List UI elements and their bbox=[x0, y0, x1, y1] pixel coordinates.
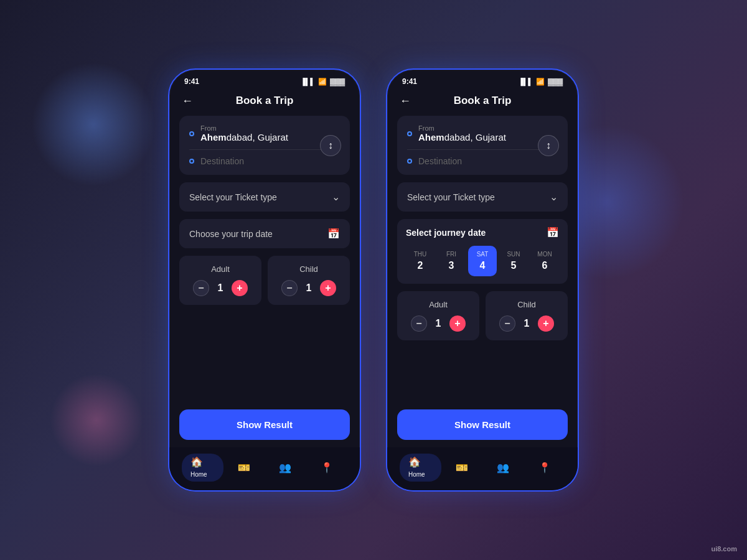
users-icon-2: 👥 bbox=[497, 462, 509, 474]
adult-count-2: 1 bbox=[433, 318, 443, 329]
nav-users-1[interactable]: 👥 bbox=[265, 462, 306, 474]
destination-input-2[interactable]: Destination bbox=[418, 156, 462, 166]
watermark: ui8.com bbox=[711, 545, 737, 553]
users-icon-1: 👥 bbox=[279, 462, 291, 474]
page-title-1: Book a Trip bbox=[236, 95, 294, 107]
status-time-1: 9:41 bbox=[184, 77, 199, 86]
day-item-5[interactable]: SUN 5 bbox=[499, 246, 528, 276]
signal-icon-2: ▐▌▌ bbox=[519, 78, 533, 85]
child-plus-2[interactable]: + bbox=[538, 315, 554, 332]
day-num-4: 4 bbox=[480, 260, 486, 271]
home-label-2: Home bbox=[408, 471, 425, 478]
home-icon-wrap-1: 🏠 Home bbox=[182, 454, 223, 482]
from-value-rest-1: dabad, Gujarat bbox=[227, 132, 288, 142]
back-button-1[interactable]: ← bbox=[182, 95, 193, 108]
adult-label-1: Adult bbox=[211, 264, 230, 274]
from-dot-1 bbox=[189, 131, 194, 136]
page-title-2: Book a Trip bbox=[454, 95, 512, 107]
phone-2-content: From Ahemdabad, Gujarat ↕ Destination Se… bbox=[387, 116, 578, 447]
app-header-2: ← Book a Trip bbox=[387, 90, 578, 116]
phone-1-content: From Ahemdabad, Gujarat ↕ Destination Se… bbox=[169, 116, 360, 447]
destination-row-1: Destination bbox=[189, 156, 340, 166]
child-minus-1[interactable]: − bbox=[281, 280, 298, 296]
app-header-1: ← Book a Trip bbox=[169, 90, 360, 116]
calendar-icon-2: 📅 bbox=[547, 226, 559, 238]
trip-date-label-1: Choose your trip date bbox=[189, 229, 273, 239]
child-label-2: Child bbox=[517, 300, 536, 309]
home-label-1: Home bbox=[190, 471, 207, 478]
show-result-button-2[interactable]: Show Result bbox=[397, 409, 568, 440]
show-result-button-1[interactable]: Show Result bbox=[179, 409, 350, 440]
days-row: THU 2 FRI 3 SAT 4 SUN 5 MON 6 bbox=[406, 246, 559, 276]
child-box-2: Child − 1 + bbox=[486, 291, 568, 340]
ticket-type-label-2: Select your Ticket type bbox=[407, 192, 495, 202]
ticket-type-label-1: Select your Ticket type bbox=[189, 192, 277, 202]
adult-counter-2: − 1 + bbox=[411, 315, 466, 332]
route-divider-2 bbox=[407, 149, 558, 150]
bottom-nav-2: 🏠 Home 🎫 👥 📍 bbox=[387, 447, 578, 490]
ticket-type-dropdown-1[interactable]: Select your Ticket type ⌄ bbox=[179, 182, 350, 212]
tickets-icon-1: 🎫 bbox=[238, 462, 250, 474]
day-name-5: SUN bbox=[507, 251, 520, 258]
adult-plus-2[interactable]: + bbox=[449, 315, 466, 332]
journey-date-title-row: Select journey date 📅 bbox=[406, 226, 559, 238]
route-box-2: From Ahemdabad, Gujarat ↕ Destination bbox=[397, 116, 568, 175]
from-row-2: From Ahemdabad, Gujarat bbox=[407, 124, 558, 143]
phone-1: 9:41 ▐▌▌ 📶 ▓▓▓ ← Book a Trip From bbox=[168, 68, 361, 492]
day-item-4[interactable]: SAT 4 bbox=[468, 246, 497, 276]
child-minus-2[interactable]: − bbox=[499, 315, 515, 332]
adult-minus-2[interactable]: − bbox=[411, 315, 427, 332]
swap-button-2[interactable]: ↕ bbox=[538, 135, 559, 156]
nav-tickets-2[interactable]: 🎫 bbox=[441, 462, 483, 474]
tickets-icon-2: 🎫 bbox=[456, 462, 468, 474]
child-counter-2: − 1 + bbox=[499, 315, 554, 332]
ticket-type-dropdown-2[interactable]: Select your Ticket type ⌄ bbox=[397, 182, 568, 212]
adult-box-2: Adult − 1 + bbox=[397, 291, 479, 340]
home-icon-wrap-2: 🏠 Home bbox=[400, 454, 441, 482]
bottom-nav-1: 🏠 Home 🎫 👥 📍 bbox=[169, 447, 360, 490]
day-num-6: 6 bbox=[542, 260, 548, 271]
dest-dot-2 bbox=[407, 159, 412, 164]
back-button-2[interactable]: ← bbox=[400, 95, 411, 108]
nav-users-2[interactable]: 👥 bbox=[482, 462, 524, 474]
passengers-row-1: Adult − 1 + Child − 1 + bbox=[179, 256, 350, 305]
route-box-1: From Ahemdabad, Gujarat ↕ Destination bbox=[179, 116, 350, 175]
wifi-icon: 📶 bbox=[318, 78, 327, 86]
child-count-2: 1 bbox=[522, 318, 532, 329]
from-info-1: From Ahemdabad, Gujarat bbox=[200, 124, 288, 143]
dropdown-arrow-1: ⌄ bbox=[332, 191, 340, 203]
from-value-bold-1: Ahem bbox=[200, 132, 227, 142]
adult-minus-1[interactable]: − bbox=[193, 280, 209, 296]
adult-plus-1[interactable]: + bbox=[232, 280, 248, 296]
battery-icon-2: ▓▓▓ bbox=[548, 78, 563, 85]
from-value-bold-2: Ahem bbox=[418, 132, 444, 142]
nav-location-1[interactable]: 📍 bbox=[306, 462, 348, 474]
nav-home-1[interactable]: 🏠 Home bbox=[182, 454, 223, 482]
day-item-3[interactable]: FRI 3 bbox=[437, 246, 466, 276]
swap-button-1[interactable]: ↕ bbox=[320, 135, 341, 156]
nav-home-2[interactable]: 🏠 Home bbox=[400, 454, 441, 482]
phone-2: 9:41 ▐▌▌ 📶 ▓▓▓ ← Book a Trip From bbox=[386, 68, 579, 492]
location-icon-1: 📍 bbox=[321, 462, 333, 474]
child-label-1: Child bbox=[299, 264, 318, 274]
nav-tickets-1[interactable]: 🎫 bbox=[223, 462, 265, 474]
nav-location-2[interactable]: 📍 bbox=[524, 462, 566, 474]
destination-input-1[interactable]: Destination bbox=[200, 156, 244, 166]
from-info-2: From Ahemdabad, Gujarat bbox=[418, 124, 506, 143]
location-icon-2: 📍 bbox=[538, 462, 551, 474]
day-name-6: MON bbox=[537, 251, 552, 258]
day-item-6[interactable]: MON 6 bbox=[530, 246, 559, 276]
signal-icon: ▐▌▌ bbox=[301, 78, 315, 85]
trip-date-box-1[interactable]: Choose your trip date 📅 bbox=[179, 219, 350, 248]
calendar-icon-1: 📅 bbox=[327, 228, 340, 240]
from-row-1: From Ahemdabad, Gujarat bbox=[189, 124, 340, 143]
child-plus-1[interactable]: + bbox=[320, 280, 336, 296]
day-item-2[interactable]: THU 2 bbox=[406, 246, 435, 276]
phones-container: 9:41 ▐▌▌ 📶 ▓▓▓ ← Book a Trip From bbox=[168, 68, 579, 492]
day-name-4: SAT bbox=[477, 251, 489, 258]
journey-date-section: Select journey date 📅 THU 2 FRI 3 SAT 4 … bbox=[397, 219, 568, 284]
day-name-2: THU bbox=[414, 251, 427, 258]
status-icons-1: ▐▌▌ 📶 ▓▓▓ bbox=[301, 78, 345, 86]
day-num-2: 2 bbox=[418, 260, 423, 271]
passengers-row-2: Adult − 1 + Child − 1 + bbox=[397, 291, 568, 340]
